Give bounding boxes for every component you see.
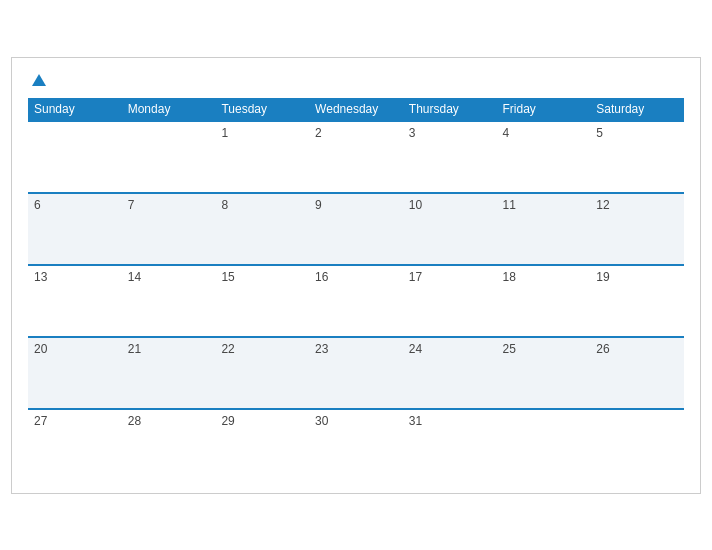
calendar-cell: 23: [309, 337, 403, 409]
day-number: 5: [596, 126, 603, 140]
calendar-cell: 20: [28, 337, 122, 409]
calendar-cell: [28, 121, 122, 193]
day-number: 24: [409, 342, 422, 356]
day-number: 18: [503, 270, 516, 284]
calendar-cell: 18: [497, 265, 591, 337]
day-number: 10: [409, 198, 422, 212]
day-number: 1: [221, 126, 228, 140]
day-number: 25: [503, 342, 516, 356]
calendar-container: SundayMondayTuesdayWednesdayThursdayFrid…: [11, 57, 701, 494]
calendar-cell: 16: [309, 265, 403, 337]
day-number: 3: [409, 126, 416, 140]
day-number: 13: [34, 270, 47, 284]
calendar-cell: 5: [590, 121, 684, 193]
calendar-cell: 25: [497, 337, 591, 409]
calendar-cell: 12: [590, 193, 684, 265]
calendar-cell: 8: [215, 193, 309, 265]
week-row-5: 2728293031: [28, 409, 684, 481]
weekday-header-wednesday: Wednesday: [309, 98, 403, 121]
day-number: 8: [221, 198, 228, 212]
calendar-cell: 27: [28, 409, 122, 481]
day-number: 26: [596, 342, 609, 356]
day-number: 9: [315, 198, 322, 212]
day-number: 19: [596, 270, 609, 284]
day-number: 23: [315, 342, 328, 356]
day-number: 20: [34, 342, 47, 356]
day-number: 31: [409, 414, 422, 428]
calendar-cell: 24: [403, 337, 497, 409]
weekday-header-thursday: Thursday: [403, 98, 497, 121]
calendar-table: SundayMondayTuesdayWednesdayThursdayFrid…: [28, 98, 684, 481]
calendar-cell: 26: [590, 337, 684, 409]
week-row-3: 13141516171819: [28, 265, 684, 337]
weekday-header-monday: Monday: [122, 98, 216, 121]
day-number: 14: [128, 270, 141, 284]
calendar-cell: 10: [403, 193, 497, 265]
week-row-1: 12345: [28, 121, 684, 193]
calendar-cell: 11: [497, 193, 591, 265]
calendar-cell: [497, 409, 591, 481]
day-number: 27: [34, 414, 47, 428]
calendar-cell: 28: [122, 409, 216, 481]
calendar-cell: 2: [309, 121, 403, 193]
day-number: 29: [221, 414, 234, 428]
weekday-header-sunday: Sunday: [28, 98, 122, 121]
calendar-cell: 29: [215, 409, 309, 481]
calendar-cell: 1: [215, 121, 309, 193]
logo-blue-text: [28, 74, 46, 86]
day-number: 11: [503, 198, 516, 212]
calendar-cell: 14: [122, 265, 216, 337]
day-number: 16: [315, 270, 328, 284]
day-number: 21: [128, 342, 141, 356]
calendar-cell: [590, 409, 684, 481]
calendar-cell: [122, 121, 216, 193]
logo: [28, 74, 46, 86]
week-row-2: 6789101112: [28, 193, 684, 265]
calendar-cell: 7: [122, 193, 216, 265]
calendar-cell: 6: [28, 193, 122, 265]
day-number: 4: [503, 126, 510, 140]
logo-triangle-icon: [32, 74, 46, 86]
weekday-header-tuesday: Tuesday: [215, 98, 309, 121]
calendar-cell: 3: [403, 121, 497, 193]
day-number: 30: [315, 414, 328, 428]
day-number: 12: [596, 198, 609, 212]
calendar-cell: 21: [122, 337, 216, 409]
day-number: 6: [34, 198, 41, 212]
day-number: 28: [128, 414, 141, 428]
calendar-cell: 22: [215, 337, 309, 409]
calendar-cell: 30: [309, 409, 403, 481]
calendar-cell: 13: [28, 265, 122, 337]
calendar-cell: 19: [590, 265, 684, 337]
day-number: 2: [315, 126, 322, 140]
calendar-cell: 4: [497, 121, 591, 193]
weekday-header-row: SundayMondayTuesdayWednesdayThursdayFrid…: [28, 98, 684, 121]
calendar-cell: 31: [403, 409, 497, 481]
day-number: 7: [128, 198, 135, 212]
weekday-header-friday: Friday: [497, 98, 591, 121]
day-number: 15: [221, 270, 234, 284]
day-number: 17: [409, 270, 422, 284]
week-row-4: 20212223242526: [28, 337, 684, 409]
calendar-cell: 15: [215, 265, 309, 337]
weekday-header-saturday: Saturday: [590, 98, 684, 121]
calendar-header: [28, 74, 684, 86]
calendar-cell: 17: [403, 265, 497, 337]
day-number: 22: [221, 342, 234, 356]
calendar-cell: 9: [309, 193, 403, 265]
